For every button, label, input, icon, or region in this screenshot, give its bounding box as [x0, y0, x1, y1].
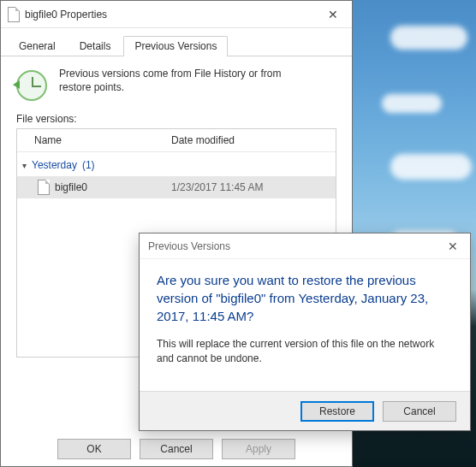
section-label: File versions: [16, 113, 336, 125]
window-title: bigfile0 Properties [25, 9, 309, 21]
close-icon[interactable]: ✕ [314, 2, 352, 27]
history-icon [16, 70, 47, 101]
apply-button: Apply [222, 439, 295, 459]
confirm-dialog: Previous Versions ✕ Are you sure you wan… [139, 233, 471, 431]
tab-general[interactable]: General [8, 36, 67, 56]
dialog-title: Previous Versions [148, 240, 230, 252]
cloud-deco [390, 154, 472, 180]
confirm-buttons: Restore Cancel [140, 391, 470, 430]
file-icon [38, 180, 50, 195]
info-text: Previous versions come from File History… [59, 67, 316, 94]
version-name: bigfile0 [55, 181, 171, 193]
cancel-button[interactable]: Cancel [140, 439, 213, 459]
chevron-down-icon: ▾ [22, 161, 27, 170]
ok-button[interactable]: OK [57, 439, 131, 459]
tab-details[interactable]: Details [68, 36, 122, 56]
dialog-titlebar[interactable]: Previous Versions ✕ [140, 234, 470, 259]
cloud-deco [382, 94, 442, 113]
cloud-deco [390, 26, 467, 50]
restore-button[interactable]: Restore [300, 401, 374, 422]
close-icon[interactable]: ✕ [436, 239, 470, 253]
version-date: 1/23/2017 11:45 AM [171, 181, 263, 193]
cancel-button[interactable]: Cancel [383, 401, 456, 422]
group-yesterday[interactable]: ▾ Yesterday (1) [17, 152, 336, 176]
dialog-buttons: OK Cancel Apply [1, 439, 352, 459]
arrow-back-icon [13, 80, 20, 89]
column-headers: Name Date modified [17, 129, 336, 152]
tab-previous-versions[interactable]: Previous Versions [123, 36, 228, 56]
column-date[interactable]: Date modified [171, 134, 336, 146]
titlebar[interactable]: bigfile0 Properties ✕ [1, 1, 352, 28]
column-name[interactable]: Name [17, 134, 171, 146]
confirm-main-text: Are you sure you want to restore the pre… [157, 271, 453, 325]
version-row[interactable]: bigfile0 1/23/2017 11:45 AM [17, 176, 336, 198]
group-label: Yesterday [32, 159, 77, 171]
group-count: (1) [82, 159, 95, 171]
tab-strip: General Details Previous Versions [1, 28, 352, 56]
file-icon [8, 7, 20, 22]
confirm-sub-text: This will replace the current version of… [157, 337, 453, 366]
